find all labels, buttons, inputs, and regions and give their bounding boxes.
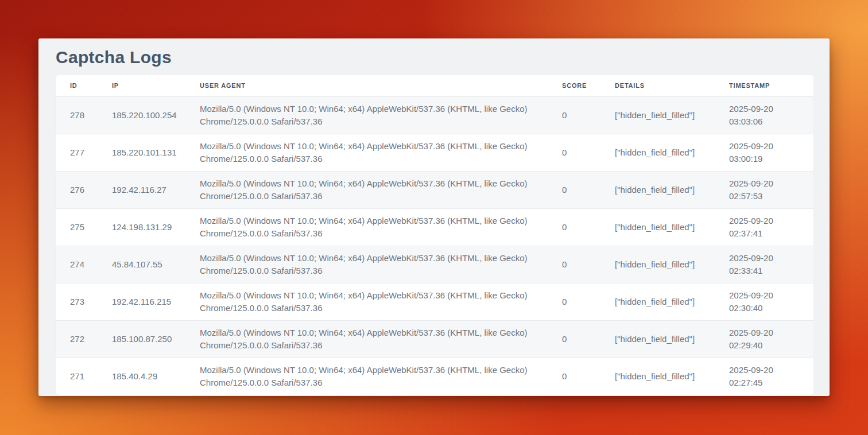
- cell-user-agent: Mozilla/5.0 (Windows NT 10.0; Win64; x64…: [185, 246, 548, 283]
- cell-score: 0: [548, 283, 600, 320]
- logs-table: ID IP USER AGENT SCORE DETAILS TIMESTAMP…: [56, 75, 813, 395]
- cell-user-agent: Mozilla/5.0 (Windows NT 10.0; Win64; x64…: [185, 320, 548, 358]
- table-row: 275124.198.131.29Mozilla/5.0 (Windows NT…: [56, 208, 813, 246]
- cell-id: 278: [56, 96, 98, 134]
- column-header-details: DETAILS: [600, 75, 715, 96]
- cell-id: 277: [56, 134, 98, 171]
- table-row: 276192.42.116.27Mozilla/5.0 (Windows NT …: [56, 171, 813, 208]
- table-row: 273192.42.116.215Mozilla/5.0 (Windows NT…: [56, 283, 813, 320]
- cell-score: 0: [548, 320, 600, 358]
- cell-ip: 185.100.87.250: [98, 320, 185, 358]
- table-header-row: ID IP USER AGENT SCORE DETAILS TIMESTAMP: [56, 75, 813, 96]
- page-title: Captcha Logs: [38, 38, 830, 75]
- logs-table-container: ID IP USER AGENT SCORE DETAILS TIMESTAMP…: [56, 75, 813, 395]
- table-row: 27445.84.107.55Mozilla/5.0 (Windows NT 1…: [56, 246, 813, 283]
- cell-timestamp: 2025-09-20 02:29:40: [715, 320, 813, 358]
- column-header-ip: IP: [98, 75, 185, 96]
- cell-details: ["hidden_field_filled"]: [600, 208, 715, 246]
- cell-id: 272: [56, 320, 98, 358]
- cell-details: ["hidden_field_filled"]: [600, 320, 715, 358]
- cell-ip: 45.84.107.55: [98, 246, 185, 283]
- cell-details: ["hidden_field_filled"]: [600, 96, 715, 134]
- column-header-timestamp: TIMESTAMP: [715, 75, 813, 96]
- cell-user-agent: Mozilla/5.0 (Windows NT 10.0; Win64; x64…: [185, 208, 548, 246]
- cell-details: ["hidden_field_filled"]: [600, 283, 715, 320]
- cell-ip: 192.42.116.27: [98, 171, 185, 208]
- cell-ip: 192.42.116.215: [98, 283, 185, 320]
- cell-ip: 124.198.131.29: [98, 208, 185, 246]
- column-header-score: SCORE: [548, 75, 600, 96]
- cell-id: 273: [56, 283, 98, 320]
- captcha-logs-card: Captcha Logs ID IP USER AGENT SCORE DETA…: [38, 38, 830, 396]
- table-row: 271185.40.4.29Mozilla/5.0 (Windows NT 10…: [56, 358, 813, 395]
- cell-details: ["hidden_field_filled"]: [600, 134, 715, 171]
- cell-id: 275: [56, 208, 98, 246]
- table-row: 272185.100.87.250Mozilla/5.0 (Windows NT…: [56, 320, 813, 358]
- cell-ip: 185.40.4.29: [98, 358, 185, 395]
- cell-timestamp: 2025-09-20 02:37:41: [715, 208, 813, 246]
- cell-user-agent: Mozilla/5.0 (Windows NT 10.0; Win64; x64…: [185, 96, 548, 134]
- cell-score: 0: [548, 208, 600, 246]
- cell-user-agent: Mozilla/5.0 (Windows NT 10.0; Win64; x64…: [185, 358, 548, 395]
- cell-ip: 185.220.100.254: [98, 96, 185, 134]
- cell-timestamp: 2025-09-20 03:00:19: [715, 134, 813, 171]
- cell-id: 271: [56, 358, 98, 395]
- cell-score: 0: [548, 96, 600, 134]
- cell-details: ["hidden_field_filled"]: [600, 171, 715, 208]
- cell-details: ["hidden_field_filled"]: [600, 358, 715, 395]
- cell-timestamp: 2025-09-20 03:03:06: [715, 96, 813, 134]
- cell-score: 0: [548, 246, 600, 283]
- table-row: 278185.220.100.254Mozilla/5.0 (Windows N…: [56, 96, 813, 134]
- cell-id: 274: [56, 246, 98, 283]
- cell-details: ["hidden_field_filled"]: [600, 246, 715, 283]
- table-row: 277185.220.101.131Mozilla/5.0 (Windows N…: [56, 134, 813, 171]
- cell-user-agent: Mozilla/5.0 (Windows NT 10.0; Win64; x64…: [185, 171, 548, 208]
- cell-user-agent: Mozilla/5.0 (Windows NT 10.0; Win64; x64…: [185, 283, 548, 320]
- cell-user-agent: Mozilla/5.0 (Windows NT 10.0; Win64; x64…: [185, 134, 548, 171]
- cell-id: 276: [56, 171, 98, 208]
- cell-timestamp: 2025-09-20 02:33:41: [715, 246, 813, 283]
- column-header-user-agent: USER AGENT: [185, 75, 548, 96]
- column-header-id: ID: [56, 75, 98, 96]
- cell-score: 0: [548, 171, 600, 208]
- cell-score: 0: [548, 134, 600, 171]
- table-body: 278185.220.100.254Mozilla/5.0 (Windows N…: [56, 96, 813, 395]
- cell-timestamp: 2025-09-20 02:57:53: [715, 171, 813, 208]
- cell-timestamp: 2025-09-20 02:30:40: [715, 283, 813, 320]
- cell-ip: 185.220.101.131: [98, 134, 185, 171]
- cell-score: 0: [548, 358, 600, 395]
- cell-timestamp: 2025-09-20 02:27:45: [715, 358, 813, 395]
